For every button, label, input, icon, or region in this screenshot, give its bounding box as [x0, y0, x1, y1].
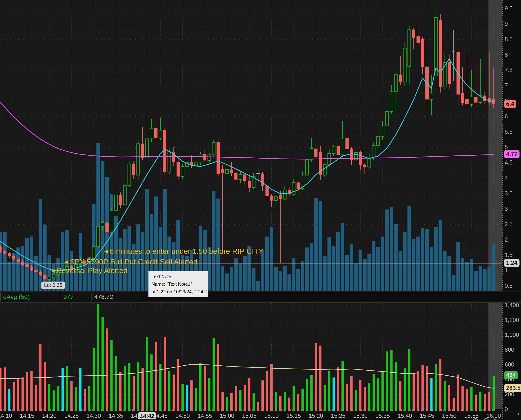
time-tick-label: 15:15 [284, 412, 304, 419]
time-tick-label: 15:20 [306, 412, 326, 419]
volume-tick-label: 600 [505, 361, 514, 368]
chart-note-rip-city[interactable]: ◀6 minutes to enter under 1.50 before RI… [104, 247, 264, 255]
candle-color-strip [0, 409, 495, 411]
tooltip-title: Text Note [152, 274, 205, 279]
price-tick-label: 0.5 [505, 283, 513, 289]
volume-tick-label: 200 [505, 391, 514, 398]
price-tick-label: 4 [505, 175, 508, 181]
price-tick-label: 6 [505, 113, 508, 120]
study-value-average: 478.72 [92, 292, 141, 301]
time-tick-label: 14:10 [0, 412, 15, 419]
price-chart[interactable] [0, 0, 521, 420]
chart-note-reversal[interactable]: ◀Reversal Play Alerted [51, 266, 128, 275]
time-tick-label: 15:40 [395, 412, 415, 419]
price-tick-label: 9.5 [505, 5, 513, 12]
chart-zoom-controls[interactable]: ⊕⊖▶ [472, 416, 504, 420]
volume-tick-label: 1,400 [505, 302, 519, 309]
volume-tick-label: 400 [505, 376, 514, 383]
note-text: SPX 5790P Bull Put Credit Sell Alerted [70, 258, 197, 266]
price-tick-label: 4.5 [505, 159, 513, 166]
zoom-out-icon[interactable]: ⊖ [483, 416, 493, 420]
volume-tick-label: 800 [505, 346, 514, 353]
time-tick-label: 14:20 [39, 412, 60, 419]
time-tick-label: 14:55 [195, 412, 215, 419]
trading-chart-window: { "chart_data": { "type": "candlestick",… [0, 0, 521, 420]
price-tick-label: 6.5 [505, 98, 513, 104]
chart-note-credit-sell[interactable]: ◀SPX 5790P Bull Put Credit Sell Alerted [64, 258, 197, 266]
time-tick-label: 14:15 [17, 412, 37, 419]
price-tick-label: 8.5 [505, 36, 513, 43]
price-tick-label: 7 [505, 82, 508, 89]
ma-value-badge: 4.77 [504, 150, 520, 158]
price-tick-label: 2.5 [505, 221, 513, 228]
price-tick-label: 1.5 [505, 252, 513, 258]
chart-background [0, 0, 502, 409]
note-arrow-icon: ◀ [104, 248, 108, 254]
price-tick-label: 3.5 [505, 190, 513, 197]
note-arrow-icon: ◀ [51, 268, 55, 273]
study-value-volume: 977 [61, 292, 90, 301]
study-label[interactable]: eAvg (50) [0, 292, 59, 301]
time-tick-label: 15:00 [217, 412, 237, 419]
note-text: 6 minutes to enter under 1.50 before RIP… [110, 247, 263, 255]
time-tick-label: 15:10 [261, 412, 282, 419]
price-tick-label: 3 [505, 206, 508, 212]
time-tick-label: 14:40 [128, 412, 148, 419]
time-tick-label: 14:45 [150, 412, 171, 419]
crosshair-price-badge: 1.24 [504, 259, 520, 267]
text-note-tooltip: Text Note Name: "Text Note1" at 1.22 on … [148, 271, 208, 297]
session-band [489, 0, 502, 409]
price-tick-label: 1 [505, 267, 508, 274]
note-text: Reversal Play Alerted [56, 266, 127, 275]
lower-study-header: eAvg (50) 977 478.72 [0, 291, 521, 302]
play-icon[interactable]: ▶ [493, 416, 504, 420]
volume-average-badge: 283.5 [504, 384, 521, 392]
volume-tick-label: 1,000 [505, 332, 519, 338]
note-arrow-icon: ◀ [64, 259, 68, 265]
price-tick-label: 5.5 [505, 128, 513, 135]
tooltip-time-line: at 1.22 on 10/23/24, 2:24 PM [152, 289, 205, 294]
time-tick-label: 14:25 [61, 412, 82, 419]
time-tick-label: 14:35 [106, 412, 126, 419]
time-tick-label: 15:35 [373, 412, 393, 419]
tooltip-name-line: Name: "Text Note1" [152, 281, 205, 287]
low-price-marker: Lo: 0.65 [41, 281, 65, 289]
time-tick-label: 14:30 [84, 412, 104, 419]
price-tick-label: 5 [505, 144, 508, 150]
time-tick-label: 15:05 [239, 412, 260, 419]
time-tick-label: 15:25 [328, 412, 349, 419]
time-tick-label: 15:45 [417, 412, 437, 419]
price-tick-label: 7.5 [505, 67, 513, 74]
zoom-in-icon[interactable]: ⊕ [472, 416, 483, 420]
time-tick-label: 14:50 [172, 412, 193, 419]
price-tick-label: 9 [505, 21, 508, 27]
time-tick-label: 15:50 [439, 412, 459, 419]
axis-scroll-arrow-icon[interactable]: ▲ [517, 412, 520, 416]
time-tick-label: 15:30 [350, 412, 371, 419]
volume-tick-label: 0 [505, 406, 508, 412]
price-tick-label: 2 [505, 236, 508, 243]
price-tick-label: 8 [505, 52, 508, 58]
volume-tick-label: 1,200 [505, 317, 519, 323]
